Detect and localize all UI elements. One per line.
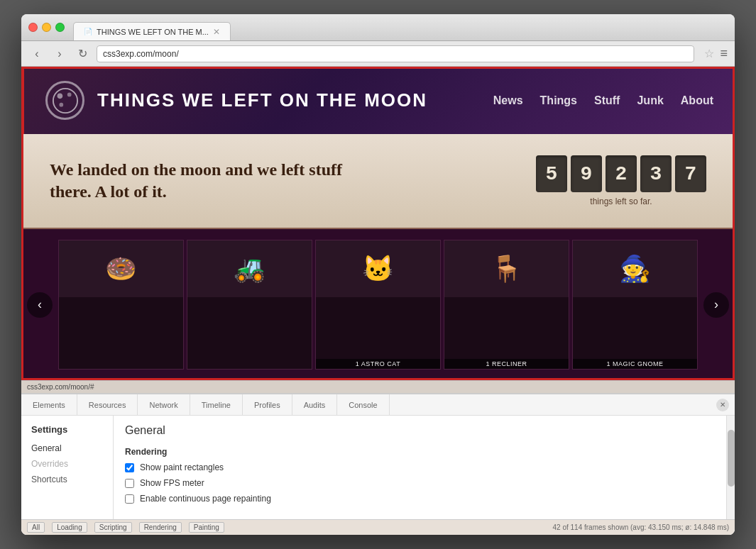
- logo-icon: [52, 87, 79, 114]
- digit-4: 3: [640, 155, 672, 192]
- svg-point-3: [59, 102, 63, 106]
- show-paint-rect-checkbox[interactable]: [125, 463, 134, 472]
- counter-digits: 5 9 2 3 7: [536, 155, 706, 192]
- gallery-next-button[interactable]: ›: [703, 292, 729, 318]
- digit-1: 5: [536, 155, 567, 192]
- gallery-items: 🍩 🚜 🐱 1 ASTRO CAT 🪑 1 RECLINER 🧙: [58, 240, 698, 370]
- filter-all-button[interactable]: All: [27, 522, 45, 533]
- site-title: THINGS WE LEFT ON THE MOON: [97, 89, 427, 111]
- filter-scripting-button[interactable]: Scripting: [94, 522, 132, 533]
- gallery-item-1[interactable]: 🍩: [58, 240, 184, 370]
- tab-page-icon: 📄: [84, 28, 92, 35]
- show-paint-rect-row: Show paint rectangles: [125, 462, 715, 472]
- nav-about[interactable]: About: [681, 94, 713, 107]
- show-fps-label: Show FPS meter: [140, 478, 204, 488]
- settings-shortcuts-item[interactable]: Shortcuts: [31, 475, 103, 484]
- browser-tab[interactable]: 📄 THINGS WE LEFT ON THE M... ✕: [73, 22, 231, 40]
- devtools-sidebar: Settings General Overrides Shortcuts: [21, 416, 114, 519]
- svg-point-2: [67, 92, 71, 96]
- devtools-tab-console[interactable]: Console: [337, 394, 389, 415]
- nav-news[interactable]: News: [493, 94, 523, 107]
- devtools-close-button[interactable]: ✕: [716, 399, 729, 411]
- continuous-repainting-label: Enable continuous page repainting: [140, 494, 271, 504]
- svg-point-1: [57, 93, 62, 99]
- url-bar[interactable]: css3exp.com/moon/: [97, 45, 694, 62]
- status-bar: css3exp.com/moon/#: [21, 380, 735, 393]
- digit-5: 7: [675, 155, 706, 192]
- devtools-tab-profiles[interactable]: Profiles: [243, 394, 292, 415]
- tab-label: THINGS WE LEFT ON THE M...: [97, 28, 209, 36]
- devtools-scrollbar[interactable]: [726, 416, 735, 519]
- tab-area: 📄 THINGS WE LEFT ON THE M... ✕: [73, 14, 728, 40]
- settings-section-heading: General: [125, 424, 715, 437]
- show-fps-row: Show FPS meter: [125, 478, 715, 488]
- continuous-repainting-row: Enable continuous page repainting: [125, 494, 715, 504]
- filter-rendering-button[interactable]: Rendering: [139, 522, 182, 533]
- svg-point-0: [53, 88, 77, 112]
- site-header: THINGS WE LEFT ON THE MOON News Things S…: [21, 67, 735, 134]
- devtools-panel: Elements Resources Network Timeline Prof…: [21, 393, 735, 535]
- continuous-repainting-checkbox[interactable]: [125, 494, 134, 504]
- maximize-button[interactable]: [55, 23, 65, 32]
- back-button[interactable]: ‹: [28, 45, 45, 62]
- devtools-tab-network[interactable]: Network: [138, 394, 190, 415]
- filter-painting-button[interactable]: Painting: [189, 522, 224, 533]
- devtools-tab-resources[interactable]: Resources: [77, 394, 138, 415]
- devtools-tab-audits[interactable]: Audits: [292, 394, 338, 415]
- nav-stuff[interactable]: Stuff: [594, 94, 620, 107]
- nav-junk[interactable]: Junk: [637, 94, 663, 107]
- close-button[interactable]: [28, 23, 38, 32]
- show-paint-rect-label: Show paint rectangles: [140, 462, 224, 472]
- hero-text: We landed on the moon and we left stuff …: [50, 159, 348, 203]
- url-text: css3exp.com/moon/: [103, 49, 688, 59]
- rendering-section-title: Rendering: [125, 447, 715, 457]
- title-bar: 📄 THINGS WE LEFT ON THE M... ✕: [21, 14, 735, 41]
- devtools-main: General Rendering Show paint rectangles …: [114, 416, 726, 519]
- tab-close-icon[interactable]: ✕: [213, 27, 220, 37]
- counter-area: 5 9 2 3 7 things left so far.: [536, 155, 706, 206]
- item-bg-4: 🪑: [444, 240, 569, 297]
- gallery-item-4[interactable]: 🪑 1 RECLINER: [444, 240, 569, 370]
- forward-button[interactable]: ›: [51, 45, 68, 62]
- gallery-prev-button[interactable]: ‹: [27, 292, 53, 318]
- scrollbar-thumb: [728, 430, 735, 487]
- devtools-tab-elements[interactable]: Elements: [21, 394, 77, 415]
- bookmark-icon[interactable]: ☆: [704, 47, 714, 60]
- digit-3: 2: [606, 155, 637, 192]
- reload-button[interactable]: ↻: [74, 45, 91, 62]
- nav-things[interactable]: Things: [540, 94, 577, 107]
- filter-loading-button[interactable]: Loading: [52, 522, 87, 533]
- gallery-item-2[interactable]: 🚜: [187, 240, 312, 370]
- item-label-3: 1 ASTRO CAT: [316, 359, 440, 369]
- digit-2: 9: [571, 155, 602, 192]
- item-bg-5: 🧙: [573, 240, 697, 297]
- item-bg-1: 🍩: [59, 240, 183, 297]
- devtools-sidebar-title: Settings: [31, 424, 103, 435]
- devtools-header: Elements Resources Network Timeline Prof…: [21, 394, 735, 416]
- hero-section: We landed on the moon and we left stuff …: [21, 134, 735, 229]
- bottom-toolbar: All Loading Scripting Rendering Painting…: [21, 519, 735, 535]
- website: THINGS WE LEFT ON THE MOON News Things S…: [21, 67, 735, 380]
- site-nav: News Things Stuff Junk About: [493, 94, 713, 107]
- show-fps-checkbox[interactable]: [125, 479, 134, 488]
- status-url: css3exp.com/moon/#: [27, 383, 94, 391]
- counter-label: things left so far.: [590, 196, 652, 206]
- minimize-button[interactable]: [42, 23, 51, 32]
- menu-icon[interactable]: ≡: [720, 46, 728, 61]
- gallery-item-3[interactable]: 🐱 1 ASTRO CAT: [315, 240, 441, 370]
- frames-status: 42 of 114 frames shown (avg: 43.150 ms; …: [553, 523, 729, 531]
- window-buttons: [28, 23, 65, 32]
- item-label-4: 1 RECLINER: [444, 359, 569, 369]
- gallery-item-5[interactable]: 🧙 1 MAGIC GNOME: [572, 240, 698, 370]
- gallery-section: ‹ 🍩 🚜 🐱 1 ASTRO CAT 🪑 1 RECLINER: [21, 229, 735, 380]
- devtools-tab-timeline[interactable]: Timeline: [190, 394, 243, 415]
- browser-content: THINGS WE LEFT ON THE MOON News Things S…: [21, 67, 735, 535]
- item-label-5: 1 MAGIC GNOME: [573, 359, 697, 369]
- settings-general-item[interactable]: General: [31, 443, 103, 453]
- settings-overrides-item[interactable]: Overrides: [31, 459, 103, 469]
- address-bar: ‹ › ↻ css3exp.com/moon/ ☆ ≡: [21, 41, 735, 67]
- devtools-body: Settings General Overrides Shortcuts Gen…: [21, 416, 735, 519]
- site-logo: [45, 81, 84, 120]
- devtools-tabs: Elements Resources Network Timeline Prof…: [21, 394, 390, 415]
- item-bg-3: 🐱: [316, 240, 440, 297]
